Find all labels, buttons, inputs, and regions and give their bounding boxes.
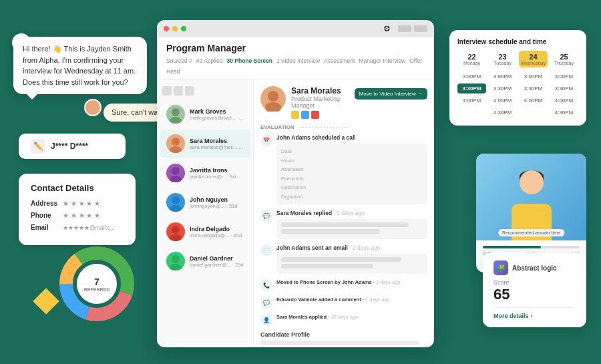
detail-candidate-name: Sara Morales — [291, 86, 349, 96]
stage-phone-screen[interactable]: 30 Phone Screen — [226, 57, 272, 64]
candidate-avatar-javritta — [166, 164, 185, 182]
list-icon-3[interactable] — [185, 86, 194, 96]
timeline-label: EVALUATION · · · · · · · · · · · · · · ·… — [260, 124, 427, 130]
slot-r1c2[interactable]: 3:00PM — [488, 71, 517, 81]
contact-address-row: Address ★ ★ ★ ★ ★ — [31, 200, 124, 207]
timeline-content-6: Sara Morales applied · 15 days ago — [276, 314, 427, 320]
slot-r1c4[interactable]: 3:00PM — [550, 71, 578, 81]
pipeline-stages: Sourced # 49 Applied 30 Phone Screen 1 V… — [166, 57, 425, 75]
timeline-content-3: John Adams sent an email · 2 days ago — [276, 244, 427, 274]
window-title: Program Manager — [166, 43, 425, 53]
slot-r2c3[interactable]: 3:30PM — [519, 83, 548, 94]
candidate-item-daniel[interactable]: Daniel Gardner daniel.gardner@... · 29d — [160, 247, 250, 275]
slot-r4c3 — [519, 108, 548, 118]
pie-label: REFERRED — [84, 287, 110, 292]
titlebar-controls — [398, 25, 427, 32]
svg-point-17 — [265, 102, 281, 112]
candidate-meta-indra: indra.delgado@... · 25d — [190, 232, 244, 238]
svg-point-14 — [172, 255, 180, 263]
timeline-item-4: 📞 Moved to Phone Screen by John Adams · … — [260, 279, 427, 291]
candidate-name-daniel: Daniel Gardner — [190, 255, 244, 262]
candidate-meta-daniel: daniel.gardner@... · 29d — [190, 262, 244, 268]
slot-r1c3[interactable]: 3:00PM — [519, 71, 548, 81]
candidate-info-daniel: Daniel Gardner daniel.gardner@... · 29d — [190, 255, 244, 268]
name-badge[interactable]: ✏️ J**** D**** — [19, 134, 126, 159]
email-label: Email — [31, 224, 59, 231]
detail-ratings — [291, 111, 349, 119]
candidate-list: Mark Groves mark.groves@mail... · 4d Sar… — [157, 79, 254, 347]
move-to-video-btn[interactable]: Move to Video Interview → — [355, 88, 427, 100]
day-header-22: 22 Monday — [457, 51, 486, 67]
timeline-title-2: Sara Morales replied · 2 days ago — [276, 210, 427, 216]
slot-r2c4[interactable]: 3:30PM — [550, 83, 578, 94]
slot-r2c1[interactable]: 3:30PM — [457, 83, 486, 94]
slot-r2c2[interactable]: 3:30PM — [488, 83, 517, 94]
svg-point-6 — [172, 138, 180, 146]
slot-r3c4[interactable]: 4:00PM — [550, 96, 578, 106]
candidate-info-mark: Mark Groves mark.groves@mail... · 4d — [190, 108, 244, 121]
slot-r3c1[interactable]: 4:00PM — [457, 96, 486, 106]
video-thumbnail: Recommended answer time — [476, 154, 586, 240]
candidate-meta-mark: mark.groves@mail... · 4d — [190, 115, 244, 121]
contact-title: Contact Details — [31, 183, 124, 193]
candidate-info-sara: Sara Morales sara.morales@mail... · 6d — [190, 138, 244, 150]
schedule-grid: 22 Monday 23 Tuesday 24 Wednesday 25 Thu… — [457, 51, 578, 118]
slot-r3c2[interactable]: 4:00PM — [488, 96, 517, 106]
stage-offer[interactable]: Offer — [409, 57, 422, 64]
candidate-meta-sara: sara.morales@mail... · 6d — [190, 144, 244, 150]
stage-assessment[interactable]: Assessment — [324, 57, 355, 64]
timeline-content-2: Sara Morales replied · 2 days ago — [276, 210, 427, 239]
more-details-link[interactable]: More details › — [493, 307, 576, 319]
slot-r1c1[interactable]: 3:00PM — [457, 71, 486, 81]
chevron-right-icon: › — [531, 313, 533, 319]
candidate-item-mark[interactable]: Mark Groves mark.groves@mail... · 4d — [160, 100, 250, 128]
list-icon-2[interactable] — [174, 86, 183, 96]
candidate-name-mark: Mark Groves — [190, 108, 244, 115]
edit-icon: ✏️ — [31, 139, 45, 154]
timeline-item-3: ✉️ John Adams sent an email · 2 days ago — [260, 244, 427, 274]
pie-number: 7 — [94, 277, 99, 287]
timeline-icon-3: ✉️ — [260, 244, 272, 256]
stage-video[interactable]: 1 Video Interview — [276, 57, 320, 64]
email-value: ★★★★★@mail.c... — [63, 224, 115, 231]
candidate-meta-javritta: javritta.irons@... · 8d — [190, 174, 244, 180]
stage-applied[interactable]: 49 Applied — [196, 57, 223, 64]
candidate-item-john[interactable]: John Nguyen johnnguyen@... · 21d — [160, 188, 250, 216]
stage-manager[interactable]: Manager Interview — [359, 57, 405, 64]
timeline-icon-6: 👤 — [260, 314, 272, 326]
slot-r4c4[interactable]: 4:30PM — [550, 108, 578, 118]
window-header: Program Manager Sourced # 49 Applied 30 … — [157, 37, 434, 79]
rating-dot-2 — [301, 111, 309, 119]
list-icon-1[interactable] — [162, 86, 172, 96]
timeline-title-5: Eduardo Valiente added a comment · 7 day… — [276, 297, 427, 303]
logic-header: 🧩 Abstract logic — [493, 260, 576, 275]
reply-avatar — [84, 99, 102, 116]
slot-r3c3[interactable]: 4:00PM — [519, 96, 548, 106]
schedule-card: Interview schedule and time 22 Monday 23… — [449, 30, 586, 126]
svg-point-11 — [170, 205, 182, 212]
close-dot[interactable] — [164, 26, 169, 31]
timeline-body-2 — [276, 219, 427, 239]
timeline-item-6: 👤 Sara Morales applied · 15 days ago — [260, 314, 427, 326]
ctrl-bar — [398, 25, 411, 32]
candidate-item-indra[interactable]: Indra Delgado indra.delgado@... · 25d — [160, 218, 250, 246]
candidate-item-javritta[interactable]: Javritta Irons javritta.irons@... · 8d — [160, 159, 250, 187]
progress-bar — [483, 246, 580, 248]
svg-point-8 — [172, 167, 180, 175]
detail-candidate-role: Product Marketing Manager — [291, 96, 349, 109]
slot-r4c1 — [457, 108, 486, 118]
stage-hired[interactable]: Hired — [166, 68, 180, 75]
chat-message: Hi there! 👋 This is Jayden Smith from Al… — [23, 45, 136, 86]
timeline-item-5: 💬 Eduardo Valiente added a comment · 7 d… — [260, 297, 427, 309]
logic-score-label: Score — [493, 279, 576, 286]
logic-score-value: 65 — [493, 287, 576, 302]
logic-company-name: Abstract logic — [512, 264, 557, 272]
minimize-dot[interactable] — [172, 26, 178, 31]
slot-r4c2[interactable]: 4:30PM — [488, 108, 517, 118]
maximize-dot[interactable] — [181, 26, 186, 31]
candidate-info-javritta: Javritta Irons javritta.irons@... · 8d — [190, 167, 244, 180]
candidate-item-sara[interactable]: Sara Morales sara.morales@mail... · 6d — [160, 130, 250, 158]
stage-sourced[interactable]: Sourced # — [166, 57, 192, 64]
timeline-title-4: Moved to Phone Screen by John Adams · 3 … — [276, 279, 427, 285]
candidate-avatar-mark — [166, 105, 185, 124]
